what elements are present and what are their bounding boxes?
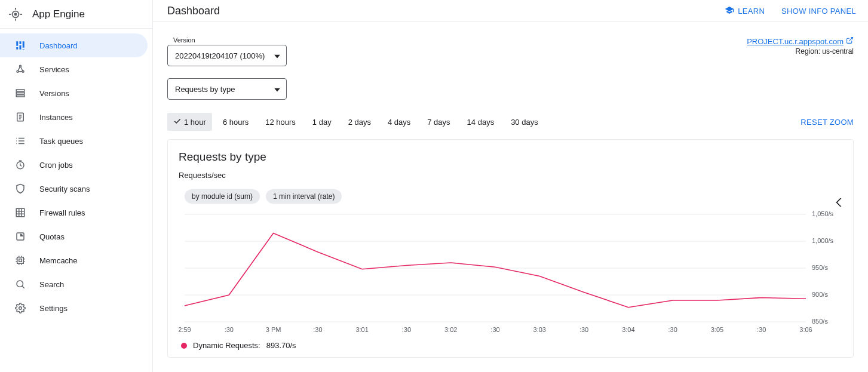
dashboard-icon <box>14 39 26 51</box>
x-tick-label: :30 <box>579 326 588 333</box>
time-range-label: 7 days <box>427 118 450 127</box>
gear-icon <box>14 302 26 314</box>
chevron-left-icon <box>836 198 842 208</box>
time-range-row: 1 hour6 hours12 hours1 day2 days4 days7 … <box>167 113 854 131</box>
time-range-4-days[interactable]: 4 days <box>382 113 416 131</box>
sidebar-item-label: Task queues <box>39 137 83 146</box>
shield-icon <box>14 183 26 195</box>
time-range-2-days[interactable]: 2 days <box>342 113 377 131</box>
header-actions: LEARN SHOW INFO PANEL <box>725 5 856 17</box>
svg-rect-13 <box>20 45 22 50</box>
svg-rect-10 <box>20 41 22 44</box>
sidebar-item-label: Dashboard <box>39 41 78 50</box>
svg-point-50 <box>19 307 22 310</box>
version-value: 20220419t204107 (100%) <box>175 51 265 60</box>
caret-down-icon <box>274 85 280 94</box>
sidebar-item-versions[interactable]: Versions <box>0 81 152 105</box>
selectors: Version 20220419t204107 (100%) Requests … <box>167 36 287 100</box>
time-range-1-hour[interactable]: 1 hour <box>167 113 212 131</box>
chart-legend: Dynamic Requests: 893.70/s <box>179 341 842 350</box>
version-select[interactable]: 20220419t204107 (100%) <box>167 45 287 66</box>
main: Dashboard LEARN SHOW INFO PANEL Version <box>153 0 868 372</box>
legend-series-label: Dynamic Requests: <box>193 341 260 350</box>
svg-point-7 <box>9 13 10 14</box>
external-link-icon <box>846 36 854 46</box>
chart-svg: 1,050/s1,000/s950/s900/s850/s2:59:303 PM… <box>179 210 839 335</box>
time-range-label: 30 days <box>511 118 538 127</box>
svg-rect-38 <box>17 257 24 264</box>
chart-plot: 1,050/s1,000/s950/s900/s850/s2:59:303 PM… <box>179 210 842 335</box>
grid-icon <box>14 207 26 219</box>
metric-select[interactable]: Requests by type <box>167 78 287 100</box>
learn-button[interactable]: LEARN <box>725 5 765 17</box>
x-tick-label: :30 <box>313 326 322 333</box>
metric-field: Requests by type <box>167 78 287 100</box>
sidebar-item-security-scans[interactable]: Security scans <box>0 177 152 201</box>
app-engine-logo-icon <box>7 6 24 23</box>
time-range-label: 12 hours <box>265 118 296 127</box>
sidebar-item-memcache[interactable]: Memcache <box>0 248 152 272</box>
sidebar-item-label: Settings <box>39 304 68 313</box>
sidebar-item-instances[interactable]: Instances <box>0 105 152 129</box>
time-range-6-hours[interactable]: 6 hours <box>217 113 254 131</box>
time-range-label: 4 days <box>388 118 410 127</box>
sidebar-item-label: Firewall rules <box>39 208 85 217</box>
time-range-7-days[interactable]: 7 days <box>421 113 456 131</box>
sidebar-item-settings[interactable]: Settings <box>0 296 152 320</box>
version-field: Version 20220419t204107 (100%) <box>167 36 287 66</box>
time-range-14-days[interactable]: 14 days <box>461 113 501 131</box>
legend-series-value: 893.70/s <box>266 341 296 350</box>
time-range-label: 6 hours <box>223 118 249 127</box>
memory-icon <box>14 254 26 266</box>
sidebar-item-quotas[interactable]: Quotas <box>0 225 152 248</box>
clock-icon <box>14 159 26 171</box>
svg-point-16 <box>17 70 19 72</box>
reset-zoom-button[interactable]: RESET ZOOM <box>800 118 854 127</box>
time-range-1-day[interactable]: 1 day <box>306 113 338 131</box>
y-tick-label: 1,000/s <box>812 237 834 244</box>
sidebar-item-dashboard[interactable]: Dashboard <box>0 33 148 57</box>
sidebar-item-label: Security scans <box>39 185 90 193</box>
sidebar-item-services[interactable]: Services <box>0 57 152 81</box>
time-range-label: 2 days <box>348 118 371 127</box>
svg-rect-19 <box>16 93 24 94</box>
sidebar-item-search[interactable]: Search <box>0 272 152 296</box>
y-tick-label: 900/s <box>812 291 828 298</box>
project-link[interactable]: PROJECT.uc.r.appspot.com <box>747 36 854 46</box>
svg-rect-9 <box>16 41 18 46</box>
list-icon <box>14 135 26 147</box>
top-row: Version 20220419t204107 (100%) Requests … <box>167 36 854 100</box>
svg-point-6 <box>15 8 16 9</box>
version-label: Version <box>167 36 287 44</box>
chart-chip: 1 min interval (rate) <box>266 189 342 204</box>
chart-chip: by module id (sum) <box>185 189 260 204</box>
sidebar-item-label: Instances <box>39 113 73 122</box>
sidebar-item-label: Memcache <box>39 256 78 265</box>
chart-line-series <box>185 233 806 308</box>
sidebar-item-cron-jobs[interactable]: Cron jobs <box>0 153 152 177</box>
chart-title: Requests by type <box>179 150 842 164</box>
time-range-12-hours[interactable]: 12 hours <box>259 113 302 131</box>
checkmark-icon <box>173 117 182 127</box>
svg-point-15 <box>20 65 22 67</box>
metric-value: Requests by type <box>175 85 235 94</box>
x-tick-label: 2:59 <box>179 326 191 333</box>
chart-card: Requests by type Requests/sec by module … <box>167 139 854 358</box>
chart-panel-collapse-button[interactable] <box>832 196 846 210</box>
svg-point-8 <box>21 13 22 14</box>
time-range-label: 14 days <box>467 118 495 127</box>
chart-subtitle: Requests/sec <box>179 171 842 180</box>
show-info-panel-button[interactable]: SHOW INFO PANEL <box>781 7 856 16</box>
sidebar-item-firewall-rules[interactable]: Firewall rules <box>0 201 152 225</box>
x-tick-label: :30 <box>225 326 234 333</box>
svg-point-1 <box>14 13 16 15</box>
graph-icon <box>14 63 26 75</box>
sidebar-item-label: Cron jobs <box>39 161 73 170</box>
sidebar-nav: DashboardServicesVersionsInstancesTask q… <box>0 29 152 320</box>
time-range-30-days[interactable]: 30 days <box>505 113 544 131</box>
sidebar-item-task-queues[interactable]: Task queues <box>0 129 152 153</box>
x-tick-label: 3:05 <box>711 326 723 333</box>
x-tick-label: :30 <box>402 326 411 333</box>
caret-down-icon <box>274 51 280 60</box>
project-url: PROJECT.uc.r.appspot.com <box>747 37 844 46</box>
